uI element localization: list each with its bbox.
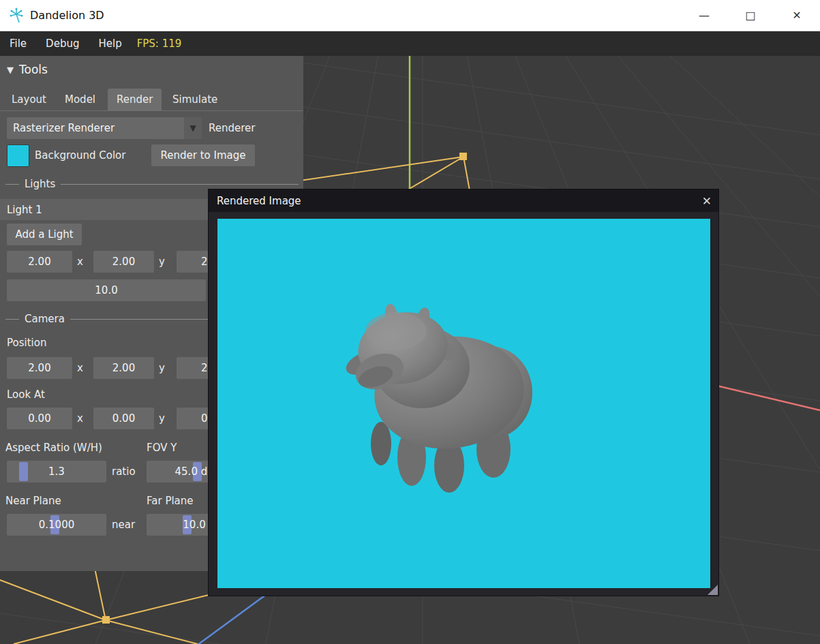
camera-pos-x-label: x (77, 362, 83, 374)
near-plane-label: Near Plane (5, 495, 61, 507)
render-to-image-button[interactable]: Render to Image (151, 144, 255, 166)
look-at-y-label: y (159, 412, 165, 425)
far-plane-label: Far Plane (147, 495, 194, 507)
tab-layout[interactable]: Layout (3, 89, 55, 110)
near-plane-slider[interactable]: 0.1000 (7, 514, 106, 536)
fov-label: FOV Y (147, 442, 177, 454)
tabbar-divider (0, 110, 303, 111)
lights-separator-label: Lights (19, 178, 61, 190)
dialog-titlebar[interactable]: Rendered Image ✕ (209, 189, 718, 212)
tools-collapsing-header[interactable]: ▼ Tools (7, 63, 48, 76)
close-icon[interactable]: ✕ (702, 194, 712, 208)
dialog-resize-grip[interactable] (708, 585, 718, 595)
camera-pos-y-label: y (159, 362, 165, 374)
tab-render[interactable]: Render (108, 89, 162, 110)
close-button[interactable]: ✕ (774, 0, 820, 31)
minimize-button[interactable]: — (681, 0, 727, 31)
aspect-ratio-label: Aspect Ratio (W/H) (5, 442, 102, 454)
aspect-ratio-slider[interactable]: 1.3 (7, 461, 106, 482)
tab-simulate[interactable]: Simulate (164, 89, 226, 110)
menu-help[interactable]: Help (89, 31, 131, 56)
look-at-x-field[interactable]: 0.00 (7, 408, 72, 429)
tools-header-label: Tools (19, 63, 48, 76)
position-label: Position (7, 337, 46, 349)
camera-pos-y-field[interactable]: 2.00 (93, 357, 154, 379)
look-at-y-field[interactable]: 0.00 (93, 408, 154, 429)
look-at-x-label: x (77, 412, 83, 425)
menubar: File Debug Help FPS: 119 (0, 31, 820, 56)
look-at-label: Look At (7, 388, 45, 401)
chevron-down-icon: ▼ (184, 117, 202, 139)
rendered-image (217, 219, 710, 588)
background-color-swatch[interactable] (7, 144, 29, 167)
renderer-label: Renderer (209, 122, 255, 134)
maximize-button[interactable]: □ (727, 0, 774, 31)
light-gizmo-handle-bottom[interactable] (102, 616, 110, 624)
camera-separator-label: Camera (19, 313, 70, 325)
light-intensity-field[interactable]: 10.0 (7, 279, 206, 301)
renderer-dropdown[interactable]: Rasterizer Renderer ▼ (7, 117, 202, 139)
dialog-title: Rendered Image (217, 195, 301, 207)
cow-model-render (217, 219, 710, 588)
window-titlebar: Dandelion 3D — □ ✕ (0, 0, 820, 31)
fps-counter: FPS: 119 (132, 37, 182, 50)
aspect-suffix-label: ratio (112, 465, 136, 478)
renderer-dropdown-value: Rasterizer Renderer (7, 122, 115, 134)
dandelion-app-icon (8, 7, 25, 24)
light-pos-x-field[interactable]: 2.00 (7, 251, 72, 273)
add-light-button[interactable]: Add a Light (7, 224, 82, 245)
aspect-slider-grab[interactable] (19, 462, 28, 481)
rendered-image-dialog: Rendered Image ✕ (208, 189, 719, 596)
near-suffix-label: near (112, 519, 135, 531)
light-pos-y-field[interactable]: 2.00 (93, 251, 154, 273)
window-title: Dandelion 3D (30, 9, 104, 22)
tab-model[interactable]: Model (56, 89, 104, 110)
light-pos-x-label: x (77, 256, 83, 268)
light-gizmo-handle-top[interactable] (459, 153, 467, 160)
light-pos-y-label: y (159, 256, 165, 268)
menu-debug[interactable]: Debug (36, 31, 89, 56)
background-color-label: Background Color (35, 149, 125, 162)
camera-pos-x-field[interactable]: 2.00 (7, 357, 72, 379)
collapse-arrow-icon: ▼ (7, 65, 14, 75)
menu-file[interactable]: File (0, 31, 36, 56)
